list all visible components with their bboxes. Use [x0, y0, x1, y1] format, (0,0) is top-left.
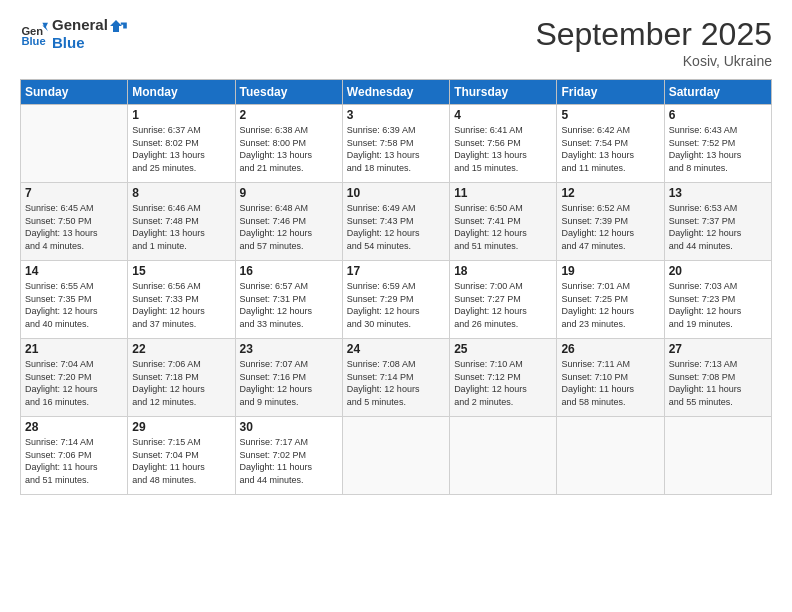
day-number: 2	[240, 108, 338, 122]
day-info: Sunrise: 7:11 AM Sunset: 7:10 PM Dayligh…	[561, 358, 659, 408]
day-number: 24	[347, 342, 445, 356]
calendar-day-cell: 5Sunrise: 6:42 AM Sunset: 7:54 PM Daylig…	[557, 105, 664, 183]
day-info: Sunrise: 7:01 AM Sunset: 7:25 PM Dayligh…	[561, 280, 659, 330]
day-info: Sunrise: 7:08 AM Sunset: 7:14 PM Dayligh…	[347, 358, 445, 408]
svg-text:Blue: Blue	[21, 35, 45, 47]
day-number: 8	[132, 186, 230, 200]
calendar-day-cell: 12Sunrise: 6:52 AM Sunset: 7:39 PM Dayli…	[557, 183, 664, 261]
calendar-day-cell: 4Sunrise: 6:41 AM Sunset: 7:56 PM Daylig…	[450, 105, 557, 183]
day-number: 18	[454, 264, 552, 278]
day-number: 30	[240, 420, 338, 434]
day-number: 29	[132, 420, 230, 434]
calendar-day-cell: 11Sunrise: 6:50 AM Sunset: 7:41 PM Dayli…	[450, 183, 557, 261]
month-title: September 2025	[535, 16, 772, 53]
day-number: 17	[347, 264, 445, 278]
day-number: 7	[25, 186, 123, 200]
calendar-day-cell: 15Sunrise: 6:56 AM Sunset: 7:33 PM Dayli…	[128, 261, 235, 339]
calendar-day-cell: 13Sunrise: 6:53 AM Sunset: 7:37 PM Dayli…	[664, 183, 771, 261]
day-info: Sunrise: 6:56 AM Sunset: 7:33 PM Dayligh…	[132, 280, 230, 330]
calendar-day-cell: 24Sunrise: 7:08 AM Sunset: 7:14 PM Dayli…	[342, 339, 449, 417]
calendar-day-cell: 7Sunrise: 6:45 AM Sunset: 7:50 PM Daylig…	[21, 183, 128, 261]
day-number: 6	[669, 108, 767, 122]
weekday-header-cell: Saturday	[664, 80, 771, 105]
weekday-header-row: SundayMondayTuesdayWednesdayThursdayFrid…	[21, 80, 772, 105]
calendar-day-cell: 2Sunrise: 6:38 AM Sunset: 8:00 PM Daylig…	[235, 105, 342, 183]
calendar-day-cell: 16Sunrise: 6:57 AM Sunset: 7:31 PM Dayli…	[235, 261, 342, 339]
calendar-table: SundayMondayTuesdayWednesdayThursdayFrid…	[20, 79, 772, 495]
day-number: 13	[669, 186, 767, 200]
day-info: Sunrise: 6:37 AM Sunset: 8:02 PM Dayligh…	[132, 124, 230, 174]
day-info: Sunrise: 6:52 AM Sunset: 7:39 PM Dayligh…	[561, 202, 659, 252]
calendar-day-cell: 30Sunrise: 7:17 AM Sunset: 7:02 PM Dayli…	[235, 417, 342, 495]
calendar-day-cell: 18Sunrise: 7:00 AM Sunset: 7:27 PM Dayli…	[450, 261, 557, 339]
day-info: Sunrise: 6:45 AM Sunset: 7:50 PM Dayligh…	[25, 202, 123, 252]
logo-icon: Gen Blue	[20, 20, 48, 48]
calendar-day-cell: 10Sunrise: 6:49 AM Sunset: 7:43 PM Dayli…	[342, 183, 449, 261]
day-number: 15	[132, 264, 230, 278]
calendar-day-cell: 19Sunrise: 7:01 AM Sunset: 7:25 PM Dayli…	[557, 261, 664, 339]
weekday-header-cell: Monday	[128, 80, 235, 105]
day-info: Sunrise: 7:15 AM Sunset: 7:04 PM Dayligh…	[132, 436, 230, 486]
day-info: Sunrise: 6:46 AM Sunset: 7:48 PM Dayligh…	[132, 202, 230, 252]
day-info: Sunrise: 6:59 AM Sunset: 7:29 PM Dayligh…	[347, 280, 445, 330]
day-number: 11	[454, 186, 552, 200]
logo-general: General	[52, 16, 128, 34]
day-info: Sunrise: 7:10 AM Sunset: 7:12 PM Dayligh…	[454, 358, 552, 408]
calendar-day-cell: 9Sunrise: 6:48 AM Sunset: 7:46 PM Daylig…	[235, 183, 342, 261]
calendar-day-cell: 17Sunrise: 6:59 AM Sunset: 7:29 PM Dayli…	[342, 261, 449, 339]
calendar-day-cell: 8Sunrise: 6:46 AM Sunset: 7:48 PM Daylig…	[128, 183, 235, 261]
day-number: 27	[669, 342, 767, 356]
calendar-day-cell: 28Sunrise: 7:14 AM Sunset: 7:06 PM Dayli…	[21, 417, 128, 495]
day-number: 23	[240, 342, 338, 356]
day-info: Sunrise: 7:13 AM Sunset: 7:08 PM Dayligh…	[669, 358, 767, 408]
calendar-day-cell: 6Sunrise: 6:43 AM Sunset: 7:52 PM Daylig…	[664, 105, 771, 183]
day-info: Sunrise: 6:55 AM Sunset: 7:35 PM Dayligh…	[25, 280, 123, 330]
day-number: 22	[132, 342, 230, 356]
page-header: Gen Blue General Blue September 2025 Kos…	[20, 16, 772, 69]
calendar-week-row: 14Sunrise: 6:55 AM Sunset: 7:35 PM Dayli…	[21, 261, 772, 339]
weekday-header-cell: Wednesday	[342, 80, 449, 105]
day-info: Sunrise: 7:14 AM Sunset: 7:06 PM Dayligh…	[25, 436, 123, 486]
day-number: 21	[25, 342, 123, 356]
calendar-body: 1Sunrise: 6:37 AM Sunset: 8:02 PM Daylig…	[21, 105, 772, 495]
day-info: Sunrise: 7:04 AM Sunset: 7:20 PM Dayligh…	[25, 358, 123, 408]
day-info: Sunrise: 6:53 AM Sunset: 7:37 PM Dayligh…	[669, 202, 767, 252]
svg-marker-5	[121, 22, 127, 28]
day-info: Sunrise: 7:17 AM Sunset: 7:02 PM Dayligh…	[240, 436, 338, 486]
day-number: 5	[561, 108, 659, 122]
day-info: Sunrise: 6:42 AM Sunset: 7:54 PM Dayligh…	[561, 124, 659, 174]
day-info: Sunrise: 6:48 AM Sunset: 7:46 PM Dayligh…	[240, 202, 338, 252]
calendar-day-cell: 29Sunrise: 7:15 AM Sunset: 7:04 PM Dayli…	[128, 417, 235, 495]
svg-marker-3	[42, 23, 48, 29]
calendar-day-cell: 27Sunrise: 7:13 AM Sunset: 7:08 PM Dayli…	[664, 339, 771, 417]
calendar-day-cell: 26Sunrise: 7:11 AM Sunset: 7:10 PM Dayli…	[557, 339, 664, 417]
calendar-day-cell: 21Sunrise: 7:04 AM Sunset: 7:20 PM Dayli…	[21, 339, 128, 417]
title-block: September 2025 Kosiv, Ukraine	[535, 16, 772, 69]
calendar-day-cell	[664, 417, 771, 495]
day-number: 1	[132, 108, 230, 122]
weekday-header-cell: Tuesday	[235, 80, 342, 105]
weekday-header-cell: Thursday	[450, 80, 557, 105]
logo: Gen Blue General Blue	[20, 16, 128, 52]
calendar-week-row: 1Sunrise: 6:37 AM Sunset: 8:02 PM Daylig…	[21, 105, 772, 183]
day-number: 14	[25, 264, 123, 278]
calendar-day-cell	[21, 105, 128, 183]
day-number: 20	[669, 264, 767, 278]
weekday-header-cell: Sunday	[21, 80, 128, 105]
location: Kosiv, Ukraine	[535, 53, 772, 69]
calendar-day-cell: 25Sunrise: 7:10 AM Sunset: 7:12 PM Dayli…	[450, 339, 557, 417]
calendar-week-row: 7Sunrise: 6:45 AM Sunset: 7:50 PM Daylig…	[21, 183, 772, 261]
calendar-week-row: 21Sunrise: 7:04 AM Sunset: 7:20 PM Dayli…	[21, 339, 772, 417]
day-number: 4	[454, 108, 552, 122]
day-info: Sunrise: 6:39 AM Sunset: 7:58 PM Dayligh…	[347, 124, 445, 174]
calendar-day-cell: 14Sunrise: 6:55 AM Sunset: 7:35 PM Dayli…	[21, 261, 128, 339]
day-number: 26	[561, 342, 659, 356]
day-info: Sunrise: 6:38 AM Sunset: 8:00 PM Dayligh…	[240, 124, 338, 174]
day-number: 12	[561, 186, 659, 200]
day-number: 9	[240, 186, 338, 200]
weekday-header-cell: Friday	[557, 80, 664, 105]
calendar-week-row: 28Sunrise: 7:14 AM Sunset: 7:06 PM Dayli…	[21, 417, 772, 495]
calendar-day-cell: 22Sunrise: 7:06 AM Sunset: 7:18 PM Dayli…	[128, 339, 235, 417]
day-number: 3	[347, 108, 445, 122]
calendar-day-cell: 3Sunrise: 6:39 AM Sunset: 7:58 PM Daylig…	[342, 105, 449, 183]
